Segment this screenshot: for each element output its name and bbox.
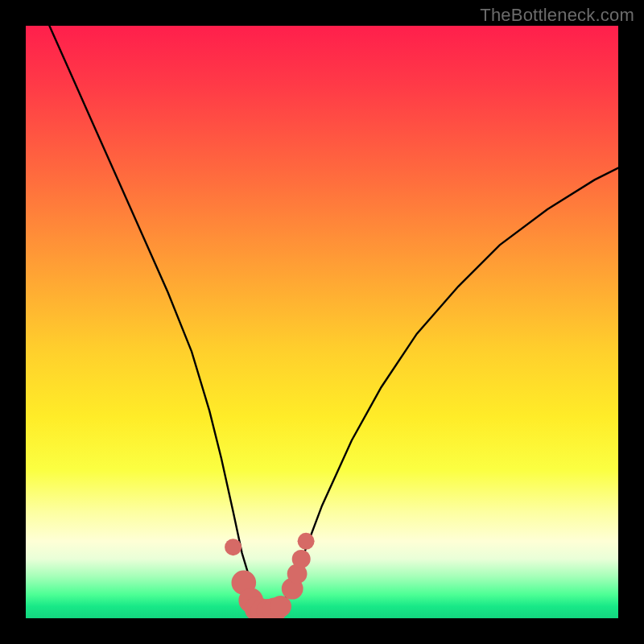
bottleneck-curve (49, 26, 618, 613)
chart-svg (26, 26, 618, 618)
highlight-dot (298, 533, 315, 550)
highlight-dot (292, 550, 311, 568)
plot-area (26, 26, 618, 618)
chart-frame: TheBottleneck.com (0, 0, 644, 644)
highlight-dot (225, 539, 242, 555)
highlight-dots (225, 533, 315, 618)
highlight-dot (270, 596, 291, 617)
watermark-text: TheBottleneck.com (480, 5, 634, 26)
